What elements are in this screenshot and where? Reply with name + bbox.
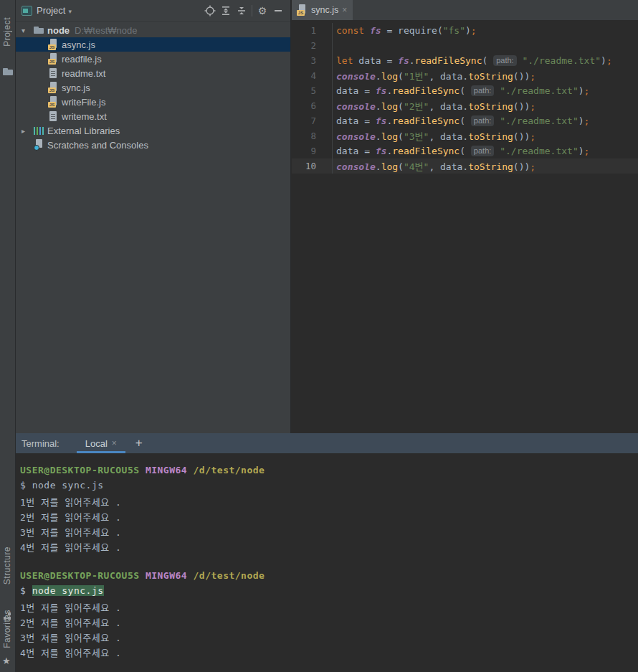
token-path: /d/test/node bbox=[194, 570, 265, 581]
hide-panel-button[interactable] bbox=[270, 4, 286, 18]
expand-all-icon bbox=[220, 5, 232, 16]
tree-item-async.js[interactable]: async.js bbox=[16, 37, 290, 52]
code-area[interactable]: 1const fs = require("fs");23let data = f… bbox=[292, 21, 638, 174]
token-plain: data = bbox=[336, 115, 376, 126]
terminal-line-6: 4번 저를 읽어주세요 . bbox=[20, 540, 638, 555]
token-str: "./readme.txt" bbox=[500, 146, 579, 156]
code-line-10[interactable]: 10console.log("4번", data.toString()); bbox=[292, 158, 638, 174]
txt-file-icon bbox=[47, 110, 59, 122]
gutter bbox=[316, 83, 333, 98]
token-plain bbox=[140, 570, 146, 581]
token-hint: path: bbox=[471, 85, 494, 96]
tree-item-node[interactable]: ▾nodeD:₩test₩node bbox=[16, 23, 290, 37]
token-str: "2번" bbox=[404, 101, 429, 112]
code-line-5[interactable]: 5data = fs.readFileSync( path: "./readme… bbox=[292, 83, 638, 98]
toolwindow-stripe-favorites[interactable]: Favorites bbox=[2, 610, 12, 648]
collapse-all-button[interactable] bbox=[234, 4, 249, 18]
ide-window: Project Structure Favorites ★ Project ▾ bbox=[0, 0, 638, 672]
token-env: MINGW64 bbox=[146, 465, 187, 475]
close-icon[interactable]: × bbox=[112, 438, 117, 448]
expand-all-button[interactable] bbox=[218, 4, 234, 18]
line-number: 9 bbox=[292, 146, 316, 156]
project-panel-title[interactable]: Project bbox=[37, 5, 65, 16]
tab-sync-js[interactable]: sync.js × bbox=[292, 0, 353, 20]
code-line-8[interactable]: 8console.log("3번", data.toString()); bbox=[292, 128, 638, 143]
tree-item-sync.js[interactable]: sync.js bbox=[16, 80, 290, 95]
line-number: 4 bbox=[292, 70, 316, 81]
token-str: "4번" bbox=[404, 161, 429, 172]
chevron-down-icon[interactable]: ▾ bbox=[20, 27, 33, 34]
token-plain bbox=[494, 115, 500, 126]
code-text: console.log("3번", data.toString()); bbox=[333, 129, 535, 143]
project-tree[interactable]: ▾nodeD:₩test₩nodeasync.jsreadfile.jsread… bbox=[16, 22, 290, 152]
tree-item-writefile.js[interactable]: writeFile.js bbox=[16, 95, 290, 109]
terminal-tab-local[interactable]: Local × bbox=[77, 433, 125, 453]
token-plain bbox=[140, 465, 146, 475]
token-plain: ) bbox=[601, 55, 606, 66]
toolwindow-stripe-project[interactable]: Project bbox=[2, 17, 12, 47]
new-terminal-button[interactable]: + bbox=[135, 437, 143, 449]
token-str: "fs" bbox=[443, 25, 465, 36]
gear-icon: ⚙ bbox=[258, 6, 267, 16]
editor-panel: sync.js × 1const fs = require("fs");23le… bbox=[292, 0, 638, 433]
token-obj: console bbox=[336, 71, 376, 82]
token-kw: ; bbox=[530, 71, 535, 82]
code-line-4[interactable]: 4console.log("1번", data.toString()); bbox=[292, 68, 638, 83]
chevron-down-icon[interactable]: ▾ bbox=[68, 8, 72, 15]
line-number: 3 bbox=[292, 55, 316, 66]
code-line-1[interactable]: 1const fs = require("fs"); bbox=[292, 23, 638, 38]
terminal-output[interactable]: USER@DESKTOP-RUCOU5S MINGW64 /d/test/nod… bbox=[16, 453, 638, 672]
token-plain: ) bbox=[579, 115, 584, 126]
token-fn: log bbox=[381, 131, 398, 142]
tree-item-label: External Libraries bbox=[47, 126, 120, 136]
terminal-line-13: 4번 저를 읽어주세요 . bbox=[20, 645, 638, 661]
token-plain: ( bbox=[482, 55, 494, 66]
close-icon[interactable]: × bbox=[342, 5, 347, 15]
chevron-right-icon[interactable]: ▸ bbox=[20, 127, 33, 135]
token-plain: ()) bbox=[513, 161, 530, 172]
tree-item-label: readme.txt bbox=[62, 68, 105, 79]
js-file-icon bbox=[47, 39, 59, 50]
token-plain: , data. bbox=[429, 131, 468, 142]
token-obj: fs bbox=[370, 25, 381, 36]
token-user: USER@DESKTOP-RUCOU5S bbox=[20, 570, 140, 581]
token-plain: 3번 저를 읽어주세요 . bbox=[20, 633, 121, 643]
tree-item-writeme.txt[interactable]: writeme.txt bbox=[16, 109, 290, 123]
star-icon[interactable]: ★ bbox=[2, 656, 11, 666]
token-plain: ) bbox=[579, 85, 584, 96]
locate-file-button[interactable] bbox=[202, 4, 218, 18]
token-kw: ; bbox=[584, 85, 590, 96]
project-toolwindow-icon bbox=[22, 6, 32, 16]
toolwindow-stripe-structure[interactable]: Structure bbox=[2, 546, 12, 585]
tree-item-external-libraries[interactable]: ▸External Libraries bbox=[16, 123, 290, 138]
code-line-2[interactable]: 2 bbox=[292, 38, 638, 53]
tree-item-label: readfile.js bbox=[62, 54, 102, 65]
code-line-6[interactable]: 6console.log("2번", data.toString()); bbox=[292, 98, 638, 113]
settings-button[interactable]: ⚙ bbox=[254, 4, 270, 18]
token-kw: ; bbox=[584, 115, 590, 126]
token-plain: . bbox=[376, 131, 381, 142]
code-line-3[interactable]: 3let data = fs.readFileSync( path: "./re… bbox=[292, 53, 638, 68]
editor-tab-bar: sync.js × bbox=[292, 0, 638, 21]
tree-item-label: Scratches and Consoles bbox=[47, 140, 148, 151]
js-file-icon bbox=[296, 4, 308, 16]
gutter bbox=[316, 38, 333, 53]
token-path: /d/test/node bbox=[194, 465, 265, 475]
code-line-9[interactable]: 9data = fs.readFileSync( path: "./readme… bbox=[292, 143, 638, 158]
token-fn: toString bbox=[468, 131, 513, 142]
terminal-header: Terminal: Local × + bbox=[16, 433, 638, 453]
folder-icon[interactable] bbox=[2, 66, 14, 77]
token-kw: let bbox=[336, 55, 358, 66]
tree-item-scratches-and-consoles[interactable]: Scratches and Consoles bbox=[16, 138, 290, 152]
code-text: data = fs.readFileSync( path: "./readme.… bbox=[333, 85, 589, 97]
tree-item-label: async.js bbox=[62, 39, 95, 50]
tree-item-readfile.js[interactable]: readfile.js bbox=[16, 52, 290, 66]
token-fn: log bbox=[381, 161, 398, 172]
token-plain: ( bbox=[460, 85, 471, 96]
tree-item-readme.txt[interactable]: readme.txt bbox=[16, 66, 290, 80]
token-plain bbox=[494, 146, 500, 156]
toolbar-separator bbox=[252, 5, 252, 16]
token-plain bbox=[494, 85, 500, 96]
token-hint: path: bbox=[493, 55, 516, 66]
code-line-7[interactable]: 7data = fs.readFileSync( path: "./readme… bbox=[292, 113, 638, 128]
